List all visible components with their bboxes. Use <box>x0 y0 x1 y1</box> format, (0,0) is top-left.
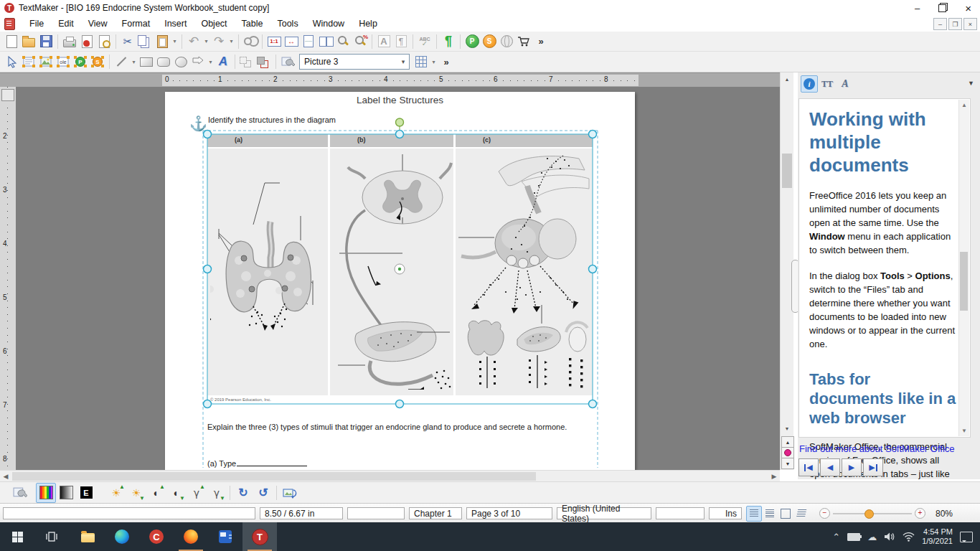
blackwhite-mode-button[interactable]: E <box>76 483 96 503</box>
report-app-button[interactable] <box>208 522 242 551</box>
next-page-button[interactable]: ▶ <box>842 458 862 476</box>
scrollbar-thumb[interactable] <box>782 154 792 188</box>
scroll-down-icon[interactable]: ▼ <box>781 423 793 434</box>
zoom-button[interactable] <box>334 33 352 50</box>
reset-picture-button[interactable] <box>280 483 300 503</box>
text-frame-button[interactable] <box>20 53 37 70</box>
wifi-icon[interactable] <box>903 532 915 542</box>
previous-page-button[interactable]: ◀ <box>820 458 840 476</box>
cut-button[interactable]: ✂ <box>119 33 136 50</box>
gamma-down-button[interactable]: γ▼ <box>207 483 227 503</box>
sidebar-tab-info[interactable]: i <box>801 75 818 93</box>
single-page-view-button[interactable]: ── <box>300 33 317 50</box>
formatting-marks-button[interactable]: ¶ <box>440 33 457 50</box>
browser-button[interactable] <box>498 33 515 50</box>
next-object-button[interactable]: ▼ <box>781 458 794 469</box>
previous-object-button[interactable]: ▲ <box>781 436 794 448</box>
redo-dropdown-icon[interactable]: ▾ <box>227 33 235 50</box>
object-selector-combobox[interactable]: Picture 3 ▾ <box>299 54 410 70</box>
shop-button[interactable] <box>515 33 532 50</box>
zoom-slider-thumb[interactable] <box>864 509 874 519</box>
task-view-button[interactable] <box>34 522 69 551</box>
save-button[interactable] <box>37 33 55 50</box>
document-page[interactable]: Label the Structures ⚓ Identify the stru… <box>165 92 635 470</box>
action-center-icon[interactable] <box>960 532 973 542</box>
menu-format[interactable]: Format <box>115 17 158 31</box>
mdi-close-icon[interactable]: × <box>963 18 977 30</box>
softmaker-link[interactable]: Find out more about SoftMaker Office <box>799 443 955 454</box>
rotation-handle[interactable] <box>396 118 404 126</box>
scroll-up-icon[interactable]: ▲ <box>959 102 969 108</box>
brightness-up-button[interactable]: ☀▲ <box>106 483 126 503</box>
menu-table[interactable]: Table <box>235 17 270 31</box>
ellipse-tool-button[interactable] <box>172 53 189 70</box>
browse-select-button[interactable] <box>781 447 794 458</box>
clock[interactable]: 4:54 PM 1/9/2021 <box>922 527 953 546</box>
paste-dropdown-icon[interactable]: ▾ <box>171 33 179 50</box>
rotate-left-button[interactable]: ↺ <box>253 483 273 503</box>
close-icon[interactable]: × <box>965 4 971 13</box>
group-objects-button[interactable] <box>238 53 255 70</box>
outline-view-button[interactable] <box>793 506 809 522</box>
color-mode-button[interactable] <box>36 483 56 503</box>
menu-view[interactable]: View <box>81 17 115 31</box>
ccleaner-button[interactable]: C <box>139 522 174 551</box>
line-tool-button[interactable] <box>113 53 130 70</box>
select-tool-button[interactable] <box>3 53 20 70</box>
autoshape-tool-button[interactable] <box>189 53 207 70</box>
gamma-up-button[interactable]: γ▲ <box>187 483 207 503</box>
export-pdf-button[interactable] <box>78 33 95 50</box>
rotate-right-button[interactable]: ↻ <box>233 483 253 503</box>
page-number-field[interactable]: Page 3 of 10 <box>466 507 552 519</box>
brightness-down-button[interactable]: ☀▼ <box>126 483 146 503</box>
firefox-button[interactable] <box>174 522 208 551</box>
object-properties-button[interactable] <box>279 53 296 70</box>
language-field[interactable]: English (United States) <box>557 507 651 519</box>
undo-dropdown-icon[interactable]: ▾ <box>202 33 210 50</box>
menu-insert[interactable]: Insert <box>157 17 194 31</box>
menu-tools[interactable]: Tools <box>270 17 305 31</box>
zoom-in-button[interactable]: + <box>915 508 925 519</box>
planmaker-button[interactable]: P <box>463 33 481 50</box>
sidebar-dropdown-icon[interactable]: ▼ <box>968 80 974 87</box>
full-page-view-button[interactable] <box>778 506 793 522</box>
spellcheck-button[interactable]: ABC✓ <box>416 33 433 50</box>
grid-dropdown-icon[interactable]: ▾ <box>430 53 438 70</box>
rectangle-tool-button[interactable] <box>138 53 155 70</box>
zoom-percent-button[interactable]: % <box>352 33 369 50</box>
menu-file[interactable]: File <box>22 17 51 31</box>
object-order-button[interactable] <box>255 53 273 70</box>
page-layout-view-button[interactable] <box>746 506 762 522</box>
zoom-out-button[interactable]: − <box>819 508 830 519</box>
autoshape-dropdown-icon[interactable]: ▾ <box>207 53 215 70</box>
endocrine-figure[interactable]: (a) <box>207 134 593 404</box>
picture-frame-button[interactable] <box>37 53 55 70</box>
continuous-view-button[interactable] <box>762 506 778 522</box>
tabstop-selector[interactable] <box>1 89 14 101</box>
ole-frame-button[interactable]: ole <box>55 53 72 70</box>
zoom-slider[interactable] <box>833 513 912 514</box>
grayscale-mode-button[interactable] <box>56 483 76 503</box>
sidebar-scrollbar[interactable]: ▲ ▼ <box>958 100 969 436</box>
scroll-right-icon[interactable]: ▶ <box>768 471 780 481</box>
mdi-restore-icon[interactable]: ❐ <box>948 18 962 30</box>
edge-button[interactable] <box>105 522 139 551</box>
zoom-100-button[interactable]: 1:1 <box>265 33 283 50</box>
redo-button[interactable]: ↷ <box>210 33 227 50</box>
menu-help[interactable]: Help <box>352 17 385 31</box>
find-button[interactable] <box>242 33 259 50</box>
fit-width-button[interactable]: ↔ <box>283 33 300 50</box>
document-horizontal-scrollbar[interactable]: ◀ ▶ <box>0 470 780 482</box>
scroll-down-icon[interactable]: ▼ <box>959 428 969 434</box>
paragraph-format-button[interactable]: ¶ <box>392 33 410 50</box>
textmaker-taskbar-button[interactable]: T <box>242 522 277 551</box>
rounded-rectangle-tool-button[interactable] <box>155 53 172 70</box>
battery-icon[interactable] <box>847 533 860 541</box>
grid-button[interactable] <box>413 53 430 70</box>
character-format-button[interactable]: A <box>375 33 392 50</box>
print-preview-button[interactable] <box>95 33 113 50</box>
open-button[interactable] <box>20 33 37 50</box>
insert-mode-field[interactable]: Ins <box>709 507 742 519</box>
sidebar-tab-fonts[interactable]: TT <box>819 75 836 93</box>
tray-expand-icon[interactable]: ⌃ <box>832 532 840 542</box>
